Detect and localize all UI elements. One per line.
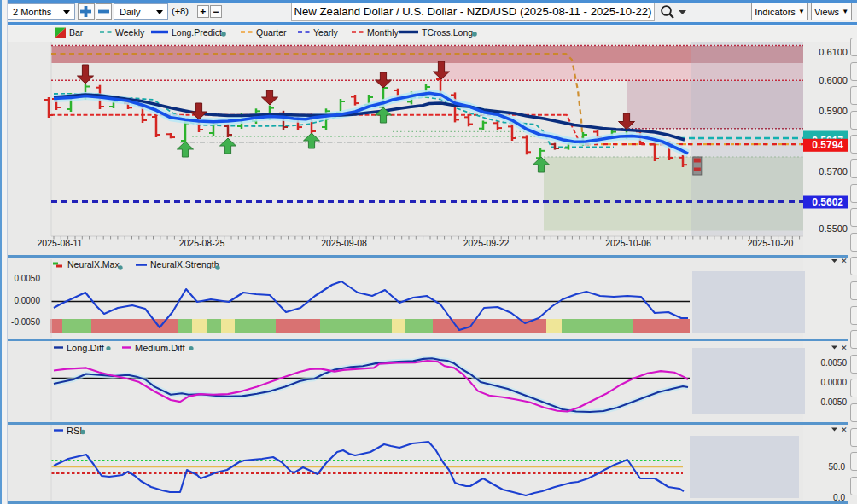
svg-text:Long.Diff: Long.Diff bbox=[67, 343, 105, 353]
svg-text:NeuralX.Max: NeuralX.Max bbox=[67, 259, 120, 269]
svg-text:-0.0050: -0.0050 bbox=[11, 317, 40, 327]
svg-text:✕: ✕ bbox=[841, 257, 848, 265]
svg-text:0.6000: 0.6000 bbox=[819, 75, 848, 85]
svg-text:0.0000: 0.0000 bbox=[14, 296, 40, 305]
svg-text:0.0000: 0.0000 bbox=[820, 378, 847, 387]
svg-text:0.5794: 0.5794 bbox=[812, 139, 843, 151]
svg-text:0.0050: 0.0050 bbox=[820, 358, 847, 368]
svg-text:✕: ✕ bbox=[841, 344, 848, 352]
svg-text:0.5602: 0.5602 bbox=[812, 196, 843, 208]
svg-text:50.0: 50.0 bbox=[829, 462, 846, 472]
svg-text:TCross.Long: TCross.Long bbox=[422, 26, 473, 37]
svg-text:RSI: RSI bbox=[67, 426, 82, 436]
svg-text:NeuralX.Strength: NeuralX.Strength bbox=[150, 259, 219, 269]
svg-text:0.0: 0.0 bbox=[833, 493, 845, 502]
svg-text:Long.Predict: Long.Predict bbox=[172, 26, 222, 37]
svg-text:0.5700: 0.5700 bbox=[819, 166, 848, 177]
svg-text:✕: ✕ bbox=[841, 426, 848, 434]
svg-text:Quarter: Quarter bbox=[256, 26, 287, 37]
svg-text:2025-10-20: 2025-10-20 bbox=[748, 238, 794, 248]
svg-text:Monthly: Monthly bbox=[367, 26, 399, 37]
svg-text:2025-08-11: 2025-08-11 bbox=[38, 238, 83, 248]
svg-text:0.5900: 0.5900 bbox=[819, 106, 848, 116]
svg-text:2025-10-06: 2025-10-06 bbox=[605, 238, 651, 248]
svg-text:Yearly: Yearly bbox=[313, 26, 339, 37]
svg-text:2025-09-22: 2025-09-22 bbox=[463, 238, 510, 248]
svg-text:0.0050: 0.0050 bbox=[14, 274, 40, 283]
svg-text:2025-09-08: 2025-09-08 bbox=[321, 238, 367, 248]
svg-text:Weekly: Weekly bbox=[115, 26, 145, 37]
svg-text:0.5500: 0.5500 bbox=[819, 223, 848, 234]
svg-text:Bar: Bar bbox=[69, 26, 84, 37]
svg-text:-0.0050: -0.0050 bbox=[818, 397, 847, 407]
svg-text:0.6100: 0.6100 bbox=[819, 47, 848, 57]
svg-text:Medium.Diff: Medium.Diff bbox=[135, 343, 185, 353]
svg-text:2025-08-25: 2025-08-25 bbox=[179, 238, 225, 248]
